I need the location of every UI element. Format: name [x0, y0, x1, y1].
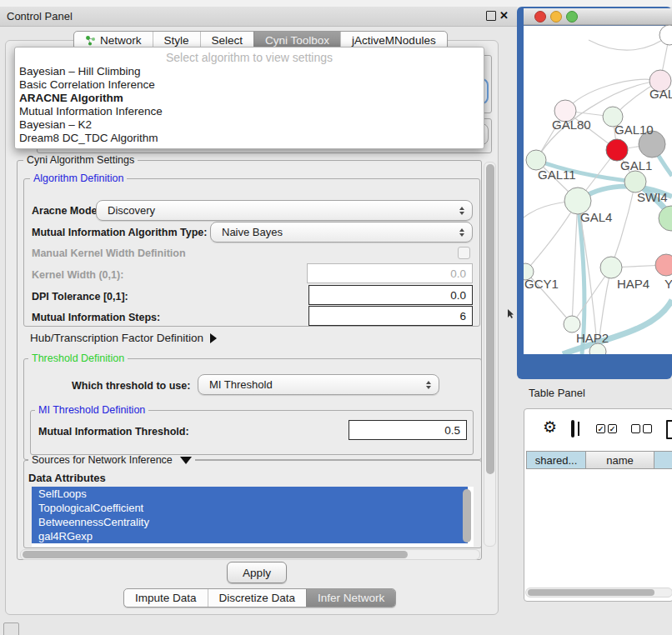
data-attributes-list: SelfLoops TopologicalCoefficient Between… — [32, 487, 474, 547]
dpi-tolerance-label: DPI Tolerance [0,1]: — [32, 291, 128, 302]
apply-button[interactable]: Apply — [227, 562, 287, 583]
table-hscroll-thumb[interactable] — [528, 589, 654, 596]
column-header-partial[interactable]: A — [654, 451, 672, 469]
network-view-window: GAL GAL80 GAL10 GAL1 GAL11 SWI4 GAL4 GCY… — [517, 7, 672, 379]
kernel-width-value: 0.0 — [450, 268, 466, 280]
node-label-gcy1: GCY1 — [524, 277, 559, 291]
settings-vscroll-thumb[interactable] — [486, 164, 494, 474]
node-hap4[interactable] — [600, 257, 622, 278]
network-icon — [85, 35, 96, 46]
table-panel-title: Table Panel — [529, 387, 585, 399]
mi-type-label: Mutual Information Algorithm Type: — [32, 227, 207, 238]
bottom-tab-bar: Impute Data Discretize Data Infer Networ… — [123, 588, 396, 608]
sources-group-title[interactable]: Sources for Network Inference — [28, 455, 195, 466]
close-icon[interactable]: ✕ — [499, 9, 509, 22]
which-threshold-select[interactable]: MI Threshold — [198, 374, 439, 395]
sources-title-text: Sources for Network Inference — [32, 454, 173, 466]
tab-style-label: Style — [164, 34, 189, 47]
tab-jactivemnodules-label: jActiveMNodules — [352, 34, 436, 47]
top-strip — [0, 0, 672, 7]
attribute-list-scrollbar[interactable] — [463, 489, 471, 542]
zoom-traffic-light[interactable] — [567, 12, 578, 22]
tab-select-label: Select — [212, 34, 243, 47]
list-item-betweennesscentrality[interactable]: BetweennessCentrality — [32, 515, 468, 529]
dpi-tolerance-value: 0.0 — [450, 289, 466, 302]
mi-algorithm-type-select[interactable]: Naive Bayes — [210, 222, 473, 242]
settings-hscroll-thumb[interactable] — [23, 551, 408, 558]
table-rows: YDL19... YDL19... 13 YDR27... YDR27... 1… — [524, 469, 672, 588]
node-label-y: Y — [664, 277, 672, 291]
algorithm-definition-title: Algorithm Definition — [30, 173, 127, 184]
control-panel-titlebar: Control Panel — [0, 7, 517, 27]
aracne-mode-select[interactable]: Discovery — [96, 200, 473, 221]
column-header-name[interactable]: name — [585, 451, 654, 469]
node-label-gal11: GAL11 — [538, 168, 576, 182]
stepper-icon — [426, 381, 431, 389]
algorithm-item-basic-correlation[interactable]: Basic Correlation Inference — [19, 78, 155, 91]
mi-type-value: Naive Bayes — [222, 226, 283, 238]
which-threshold-label: Which threshold to use: — [72, 380, 190, 392]
hub-definition-expander[interactable]: Hub/Transcription Factor Definition — [30, 332, 217, 344]
apply-button-label: Apply — [243, 567, 271, 579]
node-label-gal: GAL — [649, 87, 672, 101]
algorithm-item-aracne[interactable]: ARACNE Algorithm — [19, 92, 123, 104]
tab-cyni-toolbox-label: Cyni Toolbox — [265, 34, 329, 47]
mi-threshold-field[interactable]: 0.5 — [349, 420, 467, 440]
tab-impute-label: Impute Data — [135, 592, 197, 604]
expand-right-icon — [210, 333, 217, 343]
node-label-gal1: GAL1 — [620, 158, 652, 172]
stepper-icon — [459, 207, 464, 215]
deselect-all-checks-icon[interactable] — [631, 424, 652, 433]
algorithm-popup-prompt: Select algorithm to view settings — [15, 51, 484, 64]
node-hap2[interactable] — [564, 316, 580, 332]
node-label-gal10: GAL10 — [614, 122, 654, 137]
column-header-shared-label: shared... — [535, 454, 578, 467]
kernel-width-label: Kernel Width (0,1): — [32, 269, 123, 281]
mouse-cursor — [507, 309, 515, 319]
minimize-traffic-light[interactable] — [551, 12, 562, 22]
panel-title: Control Panel — [7, 10, 73, 22]
mi-steps-value: 6 — [459, 310, 466, 322]
tab-discretize-data[interactable]: Discretize Data — [208, 589, 307, 607]
algorithm-item-bayesian-hill-climbing[interactable]: Bayesian – Hill Climbing — [19, 65, 141, 78]
manual-kernel-checkbox[interactable] — [458, 247, 470, 259]
aracne-mode-label: Aracne Mode: — [32, 205, 101, 217]
algorithm-item-mutual-information[interactable]: Mutual Information Inference — [19, 105, 163, 118]
tab-infer-network[interactable]: Infer Network — [306, 589, 395, 607]
threshold-definition-title: Threshold Definition — [28, 353, 128, 364]
node-label-hap2: HAP2 — [576, 331, 609, 345]
mi-threshold-group-title: MI Threshold Definition — [35, 405, 148, 416]
which-threshold-value: MI Threshold — [209, 378, 273, 391]
tab-network-label: Network — [100, 34, 142, 47]
tab-discretize-label: Discretize Data — [219, 592, 296, 604]
algorithm-item-dream8[interactable]: Dream8 DC_TDC Algorithm — [19, 132, 158, 144]
column-header-name-label: name — [606, 454, 634, 467]
algorithm-item-bayesian-k2[interactable]: Bayesian – K2 — [19, 118, 92, 131]
columns-icon[interactable] — [571, 420, 574, 438]
manual-kernel-label: Manual Kernel Width Definition — [32, 248, 186, 259]
mi-threshold-label: Mutual Information Threshold: — [38, 426, 189, 438]
mi-threshold-value: 0.5 — [444, 424, 460, 437]
float-window-icon[interactable] — [486, 11, 496, 21]
node-label-gal80: GAL80 — [552, 118, 591, 132]
list-item-gal4rgexp[interactable]: gal4RGexp — [32, 529, 468, 543]
close-traffic-light[interactable] — [535, 12, 546, 22]
select-all-checks-icon[interactable]: ✓✓ — [596, 424, 617, 433]
tab-impute-data[interactable]: Impute Data — [124, 589, 208, 607]
mi-steps-field[interactable]: 6 — [308, 306, 473, 326]
collapse-down-icon — [180, 457, 192, 464]
collapsed-panel-button[interactable] — [3, 622, 19, 635]
tab-infer-label: Infer Network — [318, 592, 384, 604]
column-header-shared[interactable]: shared... — [526, 451, 586, 469]
node-label-swi4: SWI4 — [637, 190, 668, 204]
mi-steps-label: Mutual Information Steps: — [32, 312, 160, 323]
list-item-selfloops[interactable]: SelfLoops — [32, 487, 468, 501]
dpi-tolerance-field[interactable]: 0.0 — [308, 285, 473, 305]
node-label-gal4: GAL4 — [580, 210, 612, 224]
new-table-icon[interactable] — [666, 420, 672, 439]
data-attributes-label: Data Attributes — [28, 472, 106, 484]
cyni-settings-group-title: Cyni Algorithm Settings — [23, 155, 138, 166]
kernel-width-field[interactable]: 0.0 — [307, 263, 473, 283]
list-item-topologicalcoefficient[interactable]: TopologicalCoefficient — [32, 501, 468, 515]
gear-icon[interactable]: ⚙ — [543, 418, 557, 437]
